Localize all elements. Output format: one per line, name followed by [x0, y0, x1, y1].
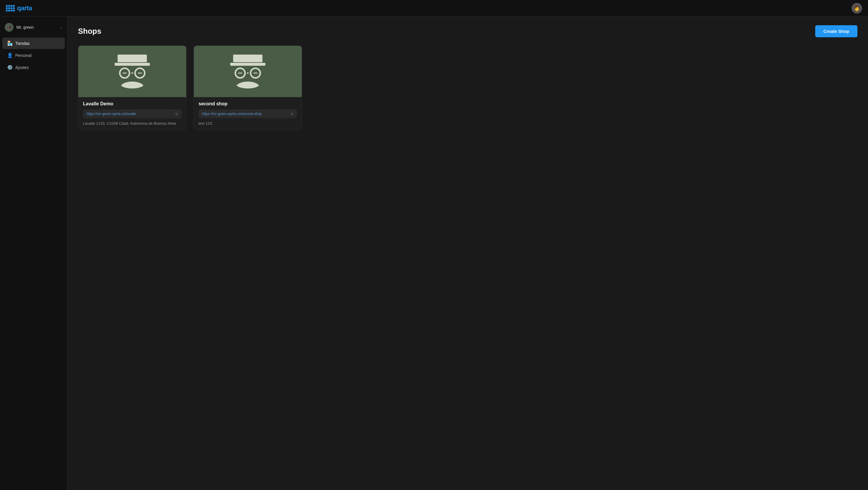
sidebar-item-tiendas[interactable]: 🏪 Tiendas [2, 37, 65, 49]
user-section[interactable]: 🎩 Mr. green ⌄ [0, 20, 67, 37]
shop-image-second [194, 46, 302, 97]
main-layout: 🎩 Mr. green ⌄ 🏪 Tiendas 👤 Personal ⚙️ Aj… [0, 17, 868, 490]
store-icon: 🏪 [7, 40, 12, 46]
mascot-bridge [131, 73, 133, 74]
mascot-hat-brim-2 [230, 63, 266, 66]
shops-grid: Lavalle Demo https://mr-green.qarta.co/l… [78, 46, 858, 130]
mascot-glasses [119, 67, 146, 79]
mascot-hat [118, 55, 147, 62]
sidebar: 🎩 Mr. green ⌄ 🏪 Tiendas 👤 Personal ⚙️ Aj… [0, 17, 67, 490]
shop-mascot-2 [230, 53, 266, 91]
shop-url-second[interactable]: https://mr-green.qarta.co/second-shop [202, 112, 261, 116]
mascot-glasses-2 [235, 67, 261, 79]
logo[interactable]: qarta [6, 4, 32, 12]
shop-info-second: second shop https://mr-green.qarta.co/se… [194, 97, 302, 130]
sidebar-item-ajustes-label: Ajustes [15, 65, 29, 70]
shop-name-lavalle: Lavalle Demo [83, 101, 182, 107]
sidebar-item-ajustes[interactable]: ⚙️ Ajustes [2, 62, 65, 73]
gear-icon: ⚙️ [7, 64, 12, 70]
user-avatar: 🎩 [5, 23, 13, 32]
shop-url-bar-lavalle: https://mr-green.qarta.co/lavalle ⧉ [83, 110, 182, 118]
mascot-lens-right-2 [250, 67, 261, 79]
copy-icon[interactable]: ⧉ [175, 112, 178, 116]
copy-icon-2[interactable]: ⧉ [291, 112, 293, 116]
mascot-lens-left-2 [235, 67, 246, 79]
sidebar-item-personal-label: Personal [15, 53, 31, 58]
mascot-lens-left [119, 67, 130, 79]
shop-image-lavalle [78, 46, 186, 97]
shop-url-bar-second: https://mr-green.qarta.co/second-shop ⧉ [198, 110, 297, 118]
logo-text: qarta [17, 4, 32, 12]
shop-card-second-shop[interactable]: second shop https://mr-green.qarta.co/se… [193, 46, 302, 130]
shop-name-second: second shop [198, 101, 297, 107]
shop-info-lavalle: Lavalle Demo https://mr-green.qarta.co/l… [78, 97, 186, 130]
navbar: qarta 👩 [0, 0, 868, 17]
page-title: Shops [78, 27, 101, 36]
person-icon: 👤 [7, 53, 12, 58]
shop-mascot [115, 53, 150, 91]
mascot-lens-right [134, 67, 146, 79]
mascot-moustache-2 [236, 82, 259, 89]
mascot-hat-2 [233, 55, 262, 62]
avatar[interactable]: 👩 [851, 3, 862, 13]
shop-url-lavalle[interactable]: https://mr-green.qarta.co/lavalle [87, 112, 136, 116]
user-name: Mr. green [17, 25, 60, 30]
sidebar-item-tiendas-label: Tiendas [15, 41, 30, 46]
chevron-icon: ⌄ [60, 25, 62, 29]
sidebar-item-personal[interactable]: 👤 Personal [2, 50, 65, 61]
mascot-moustache [121, 82, 144, 89]
shop-address-second: test 123 [198, 121, 297, 125]
mascot-hat-brim [115, 63, 150, 66]
mascot-bridge-2 [247, 73, 249, 74]
create-shop-button[interactable]: Create Shop [815, 25, 858, 37]
logo-grid-icon [6, 5, 15, 11]
main-content: Shops Create Shop [67, 17, 868, 490]
shop-address-lavalle: Lavalle 1133, C1048 Cdad. Autónoma de Bu… [83, 121, 182, 125]
shop-card-lavalle-demo[interactable]: Lavalle Demo https://mr-green.qarta.co/l… [78, 46, 186, 130]
content-header: Shops Create Shop [78, 25, 858, 37]
